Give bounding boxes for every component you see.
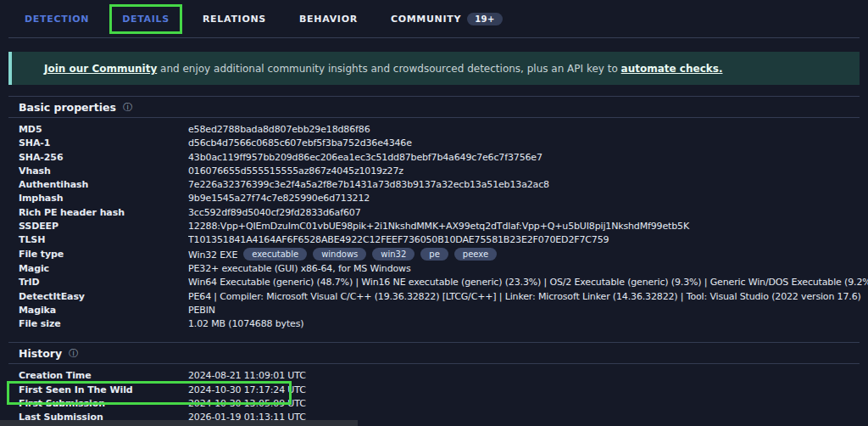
tab-bar: DETECTION DETAILS RELATIONS BEHAVIOR COM… [0, 0, 868, 38]
property-row: Authentihash7e226a32376399c3e2f4a5a2f8e7… [19, 178, 868, 192]
property-value: Win32 EXEexecutablewindowswin32pepeexe [188, 248, 868, 262]
property-value: PEBIN [188, 304, 868, 317]
property-label: MD5 [19, 123, 188, 137]
community-count-badge: 19+ [467, 13, 503, 25]
tab-detection[interactable]: DETECTION [12, 4, 102, 34]
basic-properties-title: Basic properties [19, 101, 116, 114]
property-label: DetectItEasy [19, 290, 188, 304]
file-type-tag[interactable]: executable [243, 248, 307, 261]
details-content: Basic properties ⓘ MD5e58ed2788bada8d807… [0, 96, 868, 425]
property-value: 2024-10-30 13:05:09 UTC [188, 397, 868, 411]
property-row: Rich PE header hash3cc592df89d5040cf29fd… [19, 206, 868, 220]
property-label: SHA-1 [19, 137, 188, 150]
property-label: TLSH [19, 233, 188, 247]
property-label: TrID [19, 276, 188, 289]
property-label: Rich PE header hash [19, 206, 188, 220]
property-value: 7e226a32376399c3e2f4a5a2f8e7b1431a73d83b… [188, 178, 868, 192]
property-label: SHA-256 [19, 151, 188, 165]
property-row: Vhash016076655d555515555az867z4045z1019z… [19, 165, 868, 178]
file-type-tag[interactable]: pe [420, 248, 448, 261]
property-row: MagicPE32+ executable (GUI) x86-64, for … [19, 262, 868, 276]
property-value: PE64 | Compiler: Microsoft Visual C/C++ … [188, 290, 868, 304]
property-label: First Submission [19, 397, 188, 411]
property-value: e58ed2788bada8d807ebb29e18d86f86 [188, 123, 868, 137]
property-label: First Seen In The Wild [19, 384, 188, 397]
property-value: 2024-10-30 17:17:24 UTC [188, 384, 868, 397]
property-row: TrIDWin64 Executable (generic) (48.7%) |… [19, 276, 868, 289]
info-icon[interactable]: ⓘ [123, 101, 133, 114]
tab-community[interactable]: COMMUNITY 19+ [378, 3, 515, 35]
basic-properties-header: Basic properties ⓘ [8, 96, 860, 118]
property-value: T101351841A4164AF6F6528ABE4922C12FEEF736… [188, 233, 868, 247]
history-title: History [19, 347, 62, 360]
property-value: d56cb4d7566c0685c607ebf5f3ba752d36e4346e [188, 137, 868, 150]
property-value: PE32+ executable (GUI) x86-64, for MS Wi… [188, 262, 868, 276]
property-row: File size1.02 MB (1074688 bytes) [19, 317, 868, 331]
status-bar [0, 420, 358, 426]
property-value: 12288:Vpp+QIEmDzuImC01vbUE98pik+2i1Nkshd… [188, 220, 868, 233]
property-row: SHA-1d56cb4d7566c0685c607ebf5f3ba752d36e… [19, 137, 868, 150]
property-value: Win64 Executable (generic) (48.7%) | Win… [188, 276, 868, 289]
property-label: Vhash [19, 165, 188, 178]
file-type-tag[interactable]: peexe [454, 248, 497, 261]
property-row: TLSHT101351841A4164AF6F6528ABE4922C12FEE… [19, 233, 868, 247]
property-value: 1.02 MB (1074688 bytes) [188, 317, 868, 331]
property-value: 3cc592df89d5040cf29fd2833d6af607 [188, 206, 868, 220]
property-row: SHA-25643b0ac119ff957bb209d86ec206ea1ec3… [19, 151, 868, 165]
community-banner: Join our Community and enjoy additional … [8, 52, 860, 85]
property-value: 43b0ac119ff957bb209d86ec206ea1ec3c51dd87… [188, 151, 868, 165]
history-header: History ⓘ [8, 342, 860, 364]
property-label: Imphash [19, 192, 188, 205]
property-label: File type [19, 248, 188, 262]
file-type-tag[interactable]: win32 [372, 248, 415, 261]
basic-properties-rows: MD5e58ed2788bada8d807ebb29e18d86f86SHA-1… [0, 118, 868, 342]
property-value: 9b9e1545a27f74c7e825990e6d713212 [188, 192, 868, 205]
tab-relations-label: RELATIONS [203, 14, 266, 25]
banner-text: and enjoy additional community insights … [157, 63, 620, 75]
property-label: Magic [19, 262, 188, 276]
property-row: MagikaPEBIN [19, 304, 868, 317]
property-row: First Seen In The Wild2024-10-30 17:17:2… [19, 384, 868, 397]
property-row: First Submission2024-10-30 13:05:09 UTC [19, 397, 868, 411]
automate-checks-link[interactable]: automate checks. [621, 63, 723, 75]
tab-community-label: COMMUNITY [391, 14, 461, 25]
property-row: SSDEEP12288:Vpp+QIEmDzuImC01vbUE98pik+2i… [19, 220, 868, 233]
tab-behavior-label: BEHAVIOR [299, 14, 358, 25]
property-label: SSDEEP [19, 220, 188, 233]
property-row: File typeWin32 EXEexecutablewindowswin32… [19, 248, 868, 262]
file-type-tag[interactable]: windows [313, 248, 366, 261]
tab-details[interactable]: DETAILS [109, 4, 182, 34]
property-value: 016076655d555515555az867z4045z1019z27z [188, 165, 868, 178]
tab-details-label: DETAILS [122, 14, 170, 25]
property-label: Creation Time [19, 369, 188, 383]
info-icon[interactable]: ⓘ [69, 347, 79, 360]
property-row: DetectItEasyPE64 | Compiler: Microsoft V… [19, 290, 868, 304]
property-value: 2024-08-21 11:09:01 UTC [188, 369, 868, 383]
property-row: Imphash9b9e1545a27f74c7e825990e6d713212 [19, 192, 868, 205]
property-label: File size [19, 317, 188, 331]
tab-detection-label: DETECTION [25, 14, 89, 25]
property-label: Authentihash [19, 178, 188, 192]
property-row: Creation Time2024-08-21 11:09:01 UTC [19, 369, 868, 383]
tab-behavior[interactable]: BEHAVIOR [287, 4, 370, 34]
property-row: MD5e58ed2788bada8d807ebb29e18d86f86 [19, 123, 868, 137]
join-community-link[interactable]: Join our Community [44, 63, 157, 75]
property-label: Magika [19, 304, 188, 317]
history-rows: Creation Time2024-08-21 11:09:01 UTCFirs… [0, 364, 868, 424]
tab-relations[interactable]: RELATIONS [190, 4, 279, 34]
